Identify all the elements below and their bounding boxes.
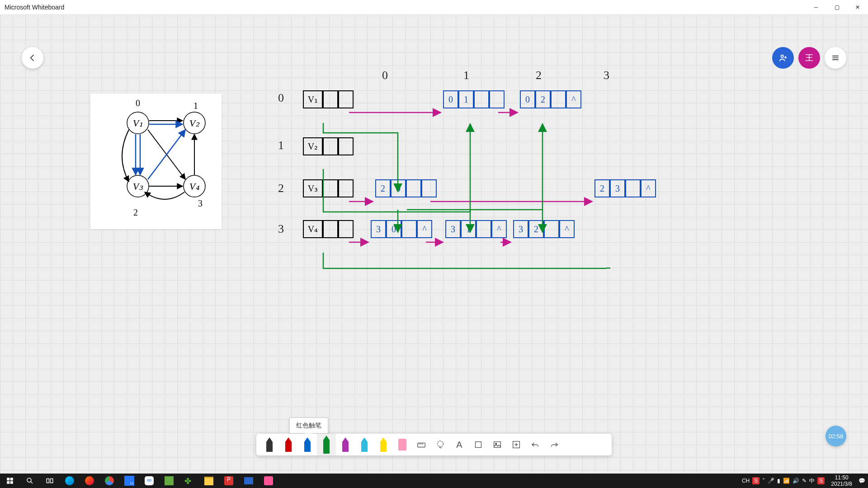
tray-mic-icon[interactable]: 🎤 [768,478,774,484]
pen-cyan[interactable] [355,434,374,455]
menu-button[interactable] [825,47,846,69]
pen-red[interactable] [279,434,298,455]
svg-rect-21 [51,479,53,483]
app-red[interactable]: P [219,474,239,488]
titlebar: Microsoft Whiteboard ─ ▢ ✕ [0,0,868,15]
eraser[interactable] [393,434,412,455]
col-label-1: 1 [463,69,469,82]
list-node: 01 [443,90,505,107]
image-tool[interactable] [488,434,507,455]
minimize-button[interactable]: ─ [806,0,826,14]
invite-button[interactable] [772,47,794,69]
pasted-image-graph[interactable]: 0 1 2 3 V₁ V₂ V₃ V₄ [90,94,222,229]
note-tool[interactable] [469,434,488,455]
svg-rect-12 [494,442,501,448]
svg-point-0 [781,55,783,58]
app-firefox[interactable] [80,474,99,488]
col-label-2: 2 [536,69,542,82]
row-label-0: 0 [278,91,284,105]
tray-sogou[interactable]: S [817,477,825,484]
pen-tooltip: 红色触笔 [289,418,328,434]
svg-rect-9 [418,443,425,447]
tray-clock[interactable]: 11:502021/3/8 [827,474,856,487]
list-node: 02^ [520,90,581,107]
svg-point-19 [27,478,31,482]
svg-rect-15 [7,478,9,480]
start-button[interactable] [0,474,20,488]
graph-index-2: 2 [133,207,138,217]
svg-text:V₃: V₃ [133,181,143,192]
graph-index-1: 1 [193,101,198,111]
list-node: 20 [375,179,437,196]
svg-rect-18 [10,481,13,484]
list-node: 32^ [513,220,575,236]
window-title: Microsoft Whiteboard [0,4,64,11]
app-purple[interactable] [159,474,179,488]
redo-button[interactable] [545,434,564,455]
svg-rect-17 [7,481,9,484]
search-button[interactable] [20,474,40,488]
svg-rect-11 [476,442,481,448]
app-baidunetdisk[interactable]: ∞ [139,474,159,488]
pen-green[interactable] [317,434,336,455]
text-tool[interactable]: A [450,434,469,455]
ime-indicator[interactable]: CH [742,478,750,484]
row-label-2: 2 [278,182,284,195]
add-tool[interactable] [507,434,526,455]
graph-index-3: 3 [198,198,203,208]
col-label-0: 0 [382,69,388,82]
head-node-3: V₄ [303,220,354,236]
whiteboard-canvas[interactable]: 王 0 1 2 3 V₁ V₂ V₃ V₄ [0,14,868,474]
list-node: 23^ [594,179,656,196]
tray-wifi-icon[interactable]: 📶 [783,478,790,484]
app-baidu[interactable]: 11 [119,474,139,488]
svg-point-10 [438,441,443,447]
ime-sogou[interactable]: S [752,477,760,484]
pen-black[interactable] [260,434,279,455]
list-node: 31^ [445,220,507,236]
ruler[interactable] [412,434,431,455]
col-label-3: 3 [604,69,609,82]
tray-chevron[interactable]: ˄ [762,478,765,484]
graph-index-0: 0 [136,98,140,108]
pen-purple[interactable] [336,434,355,455]
recording-timer[interactable]: 02:58 [826,426,846,446]
highlighter[interactable] [374,434,393,455]
back-button[interactable] [22,47,43,69]
user-avatar[interactable]: 王 [798,47,820,69]
app-pink[interactable] [259,474,278,488]
app-chrome[interactable] [99,474,119,488]
tray-notifications-icon[interactable]: 💬 [859,478,865,484]
maximize-button[interactable]: ▢ [826,0,847,14]
lasso[interactable] [431,434,450,455]
app-explorer[interactable] [199,474,219,488]
tray-volume-icon[interactable]: 🔊 [793,478,799,484]
app-edge[interactable] [60,474,80,488]
tray-pen-icon[interactable]: ✎ [802,478,807,484]
tray-lang[interactable]: 中 [809,477,815,485]
svg-text:V₄: V₄ [189,181,199,192]
windows-taskbar: 11 ∞ ✤ P CH S ˄ 🎤 ▮ 📶 🔊 ✎ 中 S 11:502021/… [0,474,868,488]
tray-battery-icon[interactable]: ▮ [777,478,780,484]
app-clover[interactable]: ✤ [179,474,199,488]
head-node-1: V₂ [303,137,354,154]
svg-rect-16 [10,478,13,480]
head-node-2: V₃ [303,179,354,196]
close-button[interactable]: ✕ [847,0,868,14]
row-label-1: 1 [278,139,284,152]
svg-text:V₁: V₁ [133,117,143,129]
svg-rect-20 [47,479,49,483]
pen-blue[interactable] [298,434,317,455]
app-mail[interactable] [239,474,259,488]
taskview-button[interactable] [40,474,60,488]
undo-button[interactable] [526,434,545,455]
pen-toolbar: A [256,434,612,455]
svg-text:V₂: V₂ [189,117,200,129]
list-node: 30^ [371,220,432,236]
head-node-0: V₁ [303,90,354,107]
row-label-3: 3 [278,222,284,236]
